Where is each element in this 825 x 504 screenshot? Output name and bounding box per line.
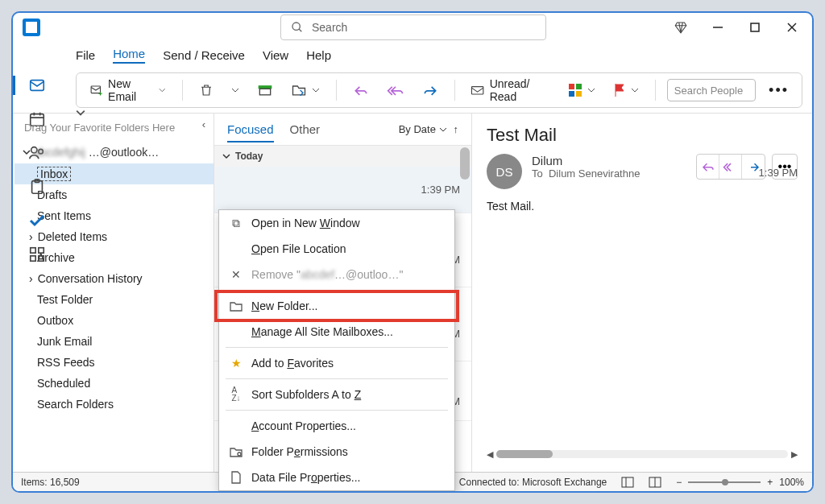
ctx-remove: ✕Remove "abcdef…@outloo…": [219, 262, 454, 287]
move-icon: [291, 83, 307, 97]
premium-icon[interactable]: [674, 20, 688, 35]
svg-rect-18: [39, 256, 44, 261]
reply-all-button[interactable]: [719, 155, 742, 179]
svg-line-1: [299, 29, 301, 31]
reply-box: [696, 154, 765, 180]
folder-test[interactable]: Test Folder: [15, 289, 214, 310]
folder-search-folders[interactable]: Search Folders: [15, 394, 214, 415]
view-reading-icon[interactable]: [649, 477, 661, 488]
chevron-down-icon: [159, 86, 166, 94]
sort-by-date[interactable]: By Date ↑: [399, 123, 458, 135]
folder-outbox[interactable]: Outbox: [15, 310, 214, 331]
flag-button[interactable]: [608, 80, 644, 101]
svg-rect-27: [569, 91, 574, 97]
unread-read-button[interactable]: Unread/ Read: [466, 74, 555, 106]
ctx-sort-subfolders[interactable]: AZ↓Sort Subfolders A to Z: [219, 382, 454, 407]
rail-more-icon[interactable]: [27, 245, 47, 264]
delete-more[interactable]: [226, 83, 244, 97]
svg-rect-3: [751, 23, 759, 31]
zoom-control[interactable]: − + 100%: [676, 477, 804, 488]
chevron-down-icon: [587, 86, 595, 94]
mail-body: Test Mail.: [487, 200, 798, 213]
svg-rect-17: [31, 256, 35, 261]
reply-icon: [701, 161, 715, 172]
message-item[interactable]: 1:39 PM: [214, 167, 471, 213]
rail-tasks-icon[interactable]: [27, 177, 47, 196]
separator: [182, 80, 183, 101]
chevron-down-icon: [631, 86, 639, 94]
ctx-new-folder[interactable]: New Folder...: [219, 293, 454, 319]
categories-icon: [568, 83, 582, 97]
move-button[interactable]: [286, 80, 325, 101]
titlebar-controls: [674, 20, 807, 35]
ctx-folder-permissions[interactable]: Folder Permissions: [219, 439, 454, 465]
svg-rect-15: [31, 248, 35, 253]
scroll-left-icon[interactable]: ◀: [487, 449, 493, 460]
search-input[interactable]: Search: [280, 14, 546, 40]
rail-todo-icon[interactable]: [27, 211, 47, 230]
folder-scheduled[interactable]: Scheduled: [15, 373, 214, 394]
scroll-right-icon[interactable]: ▶: [791, 449, 798, 460]
maximize-button[interactable]: [748, 20, 762, 35]
sender-block: Dilum To Dilum Senevirathne: [532, 154, 686, 180]
ctx-add-favorites[interactable]: ★Add to Favorites: [219, 350, 454, 376]
folder-junk[interactable]: Junk Email: [15, 331, 214, 352]
minimize-button[interactable]: [711, 20, 725, 35]
menu-help[interactable]: Help: [306, 48, 331, 62]
reply-button[interactable]: [348, 81, 374, 100]
chevron-down-icon: [312, 86, 320, 94]
menu-file[interactable]: File: [76, 48, 95, 62]
reply-icon: [353, 84, 369, 97]
search-placeholder: Search: [312, 21, 347, 34]
archive-button[interactable]: [252, 81, 278, 100]
collapse-pane-icon[interactable]: ‹: [202, 118, 205, 130]
person-remove-icon: ✕: [229, 268, 243, 281]
new-email-button[interactable]: New Email: [85, 74, 171, 106]
outlook-window: Search File Home Send / Receive View Hel…: [11, 11, 814, 493]
zoom-in-icon[interactable]: +: [767, 477, 773, 488]
tab-other[interactable]: Other: [290, 122, 321, 136]
svg-rect-25: [569, 84, 574, 89]
folder-conversation-history[interactable]: ›Conversation History: [15, 268, 214, 289]
svg-rect-28: [576, 91, 582, 97]
status-connection: Connected to: Microsoft Exchange: [459, 477, 607, 488]
ribbon-more-button[interactable]: •••: [764, 79, 794, 102]
categorize-button[interactable]: [563, 80, 600, 101]
reply-all-icon: [723, 161, 739, 172]
search-people-input[interactable]: Search People: [667, 79, 756, 101]
close-button[interactable]: [785, 20, 799, 35]
trash-icon: [199, 83, 214, 97]
delete-button[interactable]: [194, 80, 218, 101]
scrollbar-thumb[interactable]: [496, 450, 553, 458]
ctx-data-file-properties[interactable]: Data File Properties...: [219, 465, 454, 490]
sort-az-icon: AZ↓: [229, 386, 243, 403]
menu-home[interactable]: Home: [113, 47, 145, 64]
context-menu: ⧉Open in New Window OOpen File Locationp…: [218, 209, 455, 491]
forward-icon: [422, 84, 438, 97]
separator: [454, 80, 455, 101]
reply-button[interactable]: [697, 155, 719, 179]
group-today[interactable]: Today: [214, 146, 471, 167]
ctx-manage-mailboxes[interactable]: Manage All Site Mailboxes...: [219, 319, 454, 345]
menu-send-receive[interactable]: Send / Receive: [163, 48, 245, 62]
menu-view[interactable]: View: [263, 48, 288, 62]
zoom-out-icon[interactable]: −: [676, 477, 682, 488]
ctx-open-file-location[interactable]: OOpen File Locationpen File Location: [219, 236, 454, 262]
reply-all-button[interactable]: [382, 81, 409, 100]
ctx-open-new-window[interactable]: ⧉Open in New Window: [219, 210, 454, 236]
folder-rss[interactable]: RSS Feeds: [15, 352, 214, 373]
ctx-account-properties[interactable]: Account Properties...: [219, 413, 454, 439]
view-normal-icon[interactable]: [621, 477, 634, 488]
forward-button[interactable]: [417, 81, 443, 100]
svg-rect-24: [472, 87, 483, 94]
star-icon: ★: [229, 357, 243, 370]
scrollbar-thumb[interactable]: [460, 147, 470, 180]
archive-icon: [257, 84, 273, 97]
separator: [226, 410, 448, 411]
horizontal-scrollbar[interactable]: ◀ ▶: [487, 448, 798, 461]
tab-focused[interactable]: Focused: [227, 122, 274, 143]
titlebar: Search: [13, 13, 812, 42]
status-items: Items: 16,509: [21, 477, 80, 488]
zoom-slider[interactable]: [688, 481, 761, 483]
window-plus-icon: ⧉: [229, 217, 243, 230]
